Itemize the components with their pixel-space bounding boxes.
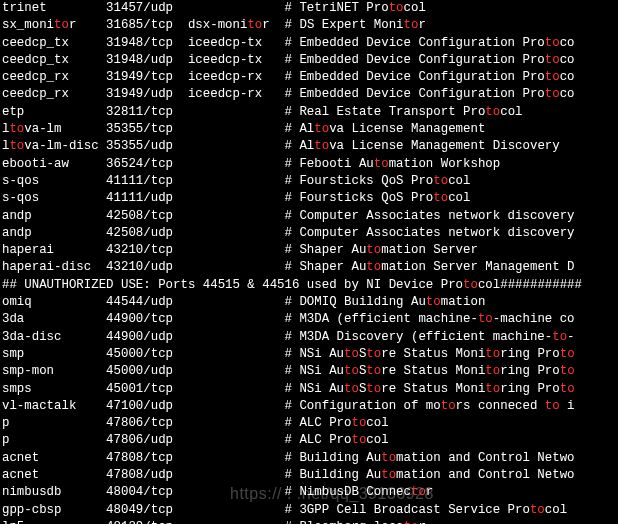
service-row: lp5 48129/tcp # Bloomberg locator (2, 520, 426, 524)
service-row: gpp-cbsp 48049/tcp # 3GPP Cell Broadcast… (2, 503, 567, 517)
service-row: smps 45001/tcp # NSi AutoStore Status Mo… (2, 382, 575, 396)
service-row: s-qos 41111/tcp # Foursticks QoS Protoco… (2, 174, 470, 188)
service-row: p 47806/tcp # ALC Protocol (2, 416, 389, 430)
service-row: smp-mon 45000/udp # NSi AutoStore Status… (2, 364, 575, 378)
service-row: 3da-disc 44900/udp # M3DA Discovery (eff… (2, 330, 575, 344)
service-row: ltova-lm 35355/tcp # Altova License Mana… (2, 122, 485, 136)
service-row: ceedcp_rx 31949/tcp iceedcp-rx # Embedde… (2, 70, 575, 84)
service-row: haperai-disc 43210/udp # Shaper Automati… (2, 260, 575, 274)
service-row: ceedcp_tx 31948/udp iceedcp-tx # Embedde… (2, 53, 575, 67)
service-row: trinet 31457/udp # TetriNET Protocol (2, 1, 426, 15)
service-row: omiq 44544/udp # DOMIQ Building Automati… (2, 295, 485, 309)
service-row: s-qos 41111/udp # Foursticks QoS Protoco… (2, 191, 470, 205)
service-row: 3da 44900/tcp # M3DA (efficient machine-… (2, 312, 575, 326)
service-row: etp 32811/tcp # Real Estate Transport Pr… (2, 105, 523, 119)
service-row: ebooti-aw 36524/tcp # Febooti Automation… (2, 157, 500, 171)
service-row: andp 42508/udp # Computer Associates net… (2, 226, 575, 240)
service-row: ceedcp_rx 31949/udp iceedcp-rx # Embedde… (2, 87, 575, 101)
service-row: acnet 47808/udp # Building Automation an… (2, 468, 575, 482)
service-row: andp 42508/tcp # Computer Associates net… (2, 209, 575, 223)
service-row: vl-mactalk 47100/udp # Configuration of … (2, 399, 575, 413)
terminal-output: trinet 31457/udp # TetriNET Protocol sx_… (0, 0, 618, 524)
service-row: haperai 43210/tcp # Shaper Automation Se… (2, 243, 478, 257)
service-row: sx_monitor 31685/tcp dsx-monitor # DS Ex… (2, 18, 426, 32)
service-row: ceedcp_tx 31948/tcp iceedcp-tx # Embedde… (2, 36, 575, 50)
service-row: acnet 47808/tcp # Building Automation an… (2, 451, 575, 465)
service-row: ltova-lm-disc 35355/udp # Altova License… (2, 139, 560, 153)
watermark: https:// . .net/qq_39136928 (230, 485, 434, 502)
service-row: smp 45000/tcp # NSi AutoStore Status Mon… (2, 347, 575, 361)
service-row: p 47806/udp # ALC Protocol (2, 433, 389, 447)
